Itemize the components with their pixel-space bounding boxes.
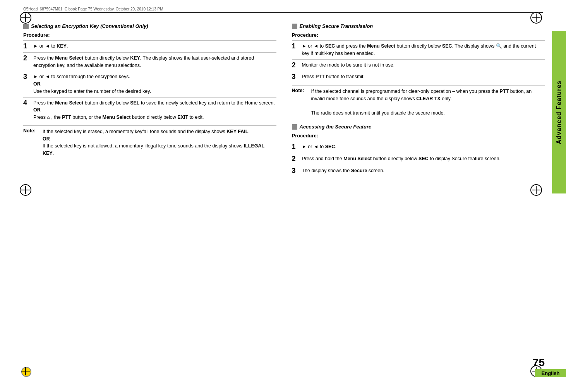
note-label-enabling: Note:	[292, 88, 308, 117]
step-content-2: Press the Menu Select button directly be…	[33, 55, 276, 69]
step-content-1: ► or ◄ to KEY.	[33, 43, 276, 50]
step-content-4: Press the Menu Select button directly be…	[33, 99, 276, 121]
enabling-step-content-3: Press PTT button to transmit.	[302, 73, 545, 80]
left-procedure-label: Procedure:	[23, 32, 276, 38]
enabling-step-2: 2 Monitor the mode to be sure it is not …	[292, 59, 545, 71]
page-container: O5Head_6875947M01_C.book Page 75 Wednesd…	[0, 0, 566, 392]
accessing-step-3: 3 The display shows the Secure screen.	[292, 165, 545, 177]
note-text-left: If the selected key is erased, a momenta…	[43, 128, 276, 157]
side-tab: Advanced Features	[552, 31, 566, 193]
left-section-title-text: Selecting an Encryption Key (Conventiona…	[31, 23, 148, 29]
accessing-step-number-3: 3	[292, 167, 300, 175]
step-number-3: 3	[23, 73, 32, 81]
left-step-4: 4 Press the Menu Select button directly …	[23, 97, 276, 123]
accessing-step-content-1: ► or ◄ to SEC.	[302, 143, 545, 151]
enabling-step-1: 1 ► or ◄ to SEC and press the Menu Selec…	[292, 40, 545, 59]
enabling-title-text: Enabling Secure Transmission	[300, 23, 373, 29]
enabling-step-number-2: 2	[292, 62, 300, 69]
left-section-title: Selecting an Encryption Key (Conventiona…	[23, 23, 276, 29]
step-content-3: ► or ◄ to scroll through the encryption …	[33, 73, 276, 95]
left-step-3: 3 ► or ◄ to scroll through the encryptio…	[23, 71, 276, 97]
left-note: Note: If the selected key is erased, a m…	[23, 125, 276, 157]
accessing-step-number-2: 2	[292, 155, 300, 163]
accessing-step-1: 1 ► or ◄ to SEC.	[292, 141, 545, 153]
note-text-enabling: If the selected channel is preprogrammed…	[311, 88, 545, 117]
left-step-1: 1 ► or ◄ to KEY.	[23, 40, 276, 52]
accessing-section-title: Accessing the Secure Feature	[292, 124, 545, 130]
right-column: Enabling Secure Transmission Procedure: …	[292, 23, 545, 176]
enabling-note: Note: If the selected channel is preprog…	[292, 85, 545, 117]
section-icon-enabling	[292, 24, 297, 29]
section-icon-left	[23, 24, 29, 29]
accessing-step-content-2: Press and hold the Menu Select button di…	[302, 155, 545, 163]
section-icon-accessing	[292, 124, 297, 130]
step-number-4: 4	[23, 99, 32, 107]
accessing-step-content-3: The display shows the Secure screen.	[302, 167, 545, 175]
content-area: Selecting an Encryption Key (Conventiona…	[23, 15, 545, 377]
step-number-1: 1	[23, 43, 32, 50]
step-number-2: 2	[23, 55, 32, 62]
side-tab-label: Advanced Features	[556, 80, 563, 144]
enabling-step-content-2: Monitor the mode to be sure it is not in…	[302, 62, 545, 69]
enabling-step-number-1: 1	[292, 43, 300, 50]
enabling-step-3: 3 Press PTT button to transmit.	[292, 71, 545, 83]
accessing-step-2: 2 Press and hold the Menu Select button …	[292, 153, 545, 165]
header-text: O5Head_6875947M01_C.book Page 75 Wednesd…	[23, 7, 163, 11]
accessing-step-number-1: 1	[292, 143, 300, 151]
note-label-left: Note:	[23, 128, 39, 157]
header-bar: O5Head_6875947M01_C.book Page 75 Wednesd…	[23, 7, 543, 13]
enabling-step-content-1: ► or ◄ to SEC and press the Menu Select …	[302, 43, 545, 57]
left-column: Selecting an Encryption Key (Conventiona…	[23, 23, 276, 176]
left-step-2: 2 Press the Menu Select button directly …	[23, 52, 276, 71]
enabling-procedure-label: Procedure:	[292, 32, 545, 38]
enabling-step-number-3: 3	[292, 73, 300, 81]
accessing-procedure-label: Procedure:	[292, 133, 545, 139]
accessing-title-text: Accessing the Secure Feature	[300, 124, 372, 130]
enabling-section-title: Enabling Secure Transmission	[292, 23, 545, 29]
two-column-layout: Selecting an Encryption Key (Conventiona…	[23, 15, 545, 176]
